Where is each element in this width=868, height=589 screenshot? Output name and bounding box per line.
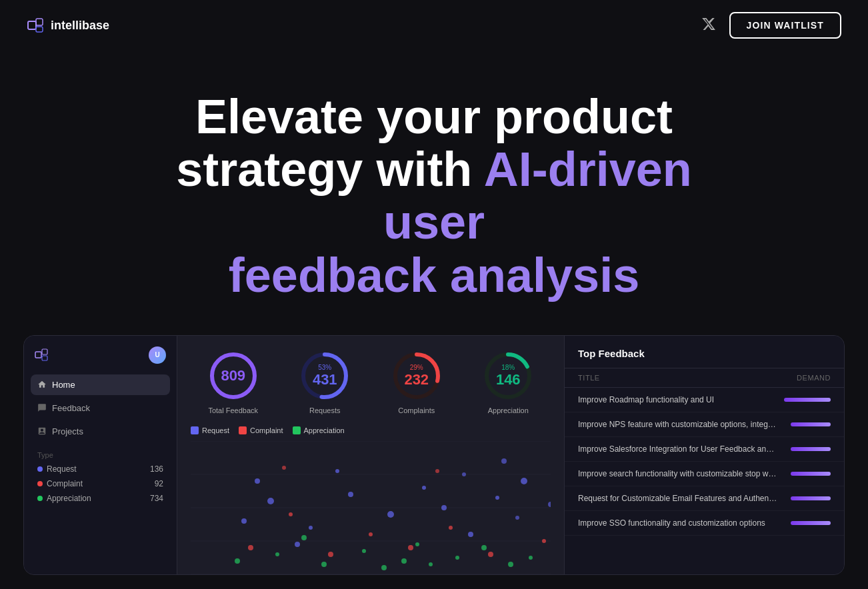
stat-requests-pct: 53% — [313, 363, 337, 370]
hero-line1: Elevate your product — [195, 90, 673, 143]
svg-rect-0 — [28, 21, 36, 29]
join-waitlist-button[interactable]: JOIN WAITLIST — [729, 12, 841, 39]
stat-ring-requests: 53% 431 — [298, 349, 351, 402]
svg-point-40 — [542, 539, 546, 543]
request-count: 136 — [150, 464, 163, 474]
sidebar-header: U — [31, 346, 170, 364]
sidebar-avatar: U — [149, 346, 166, 364]
twitter-icon[interactable] — [701, 17, 716, 34]
top-feedback-columns: TITLE DEMAND — [565, 368, 844, 388]
stat-complaints-label: Complaints — [398, 406, 435, 414]
stat-appreciation-value: 146 — [496, 370, 521, 388]
stat-appreciation: 18% 146 Appreciation — [481, 349, 535, 414]
stat-requests-value: 431 — [313, 370, 337, 388]
filter-request-label: Request — [202, 426, 229, 434]
feedback-row-5: Improve SSO functionality and customizat… — [565, 511, 844, 536]
svg-point-42 — [235, 558, 240, 564]
filter-appreciation[interactable]: Appreciation — [293, 426, 345, 434]
stat-appreciation-label: Appreciation — [488, 406, 529, 414]
dashboard-preview: U Home Feedback Projects Type Request — [23, 335, 845, 575]
feedback-title-4: Request for Customizable Email Features … — [578, 494, 778, 503]
svg-rect-5 — [42, 356, 47, 360]
svg-point-66 — [462, 472, 466, 476]
sidebar-logo-icon — [35, 348, 49, 362]
svg-point-55 — [429, 562, 433, 566]
filter-complaint-checkbox[interactable] — [239, 426, 247, 434]
col-title: TITLE — [578, 374, 600, 382]
hero-line3-purple: feedback analysis — [229, 249, 639, 302]
sidebar-item-feedback[interactable]: Feedback — [31, 398, 170, 418]
filter-complaint[interactable]: Complaint — [239, 426, 283, 434]
demand-bar-4 — [791, 496, 831, 500]
svg-point-54 — [381, 565, 387, 570]
sidebar-type-request: Request 136 — [31, 462, 170, 476]
svg-point-22 — [348, 492, 353, 497]
svg-point-51 — [415, 542, 419, 546]
top-feedback-panel: Top Feedback TITLE DEMAND Improve Roadma… — [564, 336, 844, 574]
scatter-plot — [191, 441, 551, 574]
svg-point-34 — [289, 512, 293, 516]
feedback-row-4: Request for Customizable Email Features … — [565, 486, 844, 511]
main-chart-area: 809 Total Feedback 53% 431 Requ — [177, 336, 564, 574]
complaint-dot — [37, 481, 43, 486]
sidebar-item-projects[interactable]: Projects — [31, 421, 170, 442]
hero-section: Elevate your product strategy with AI-dr… — [0, 51, 868, 335]
svg-point-29 — [335, 469, 339, 473]
svg-point-25 — [468, 532, 473, 537]
stat-total-feedback: 809 Total Feedback — [207, 349, 260, 414]
filter-request[interactable]: Request — [191, 426, 229, 434]
demand-bar-1 — [791, 422, 831, 426]
logo: intellibase — [27, 16, 109, 35]
logo-icon — [27, 16, 45, 35]
stat-complaints-value: 232 — [404, 370, 429, 388]
sidebar-section-type: Type — [31, 444, 170, 462]
svg-rect-1 — [36, 19, 43, 25]
svg-point-68 — [282, 466, 286, 470]
svg-point-44 — [321, 562, 327, 567]
demand-bar-5 — [791, 521, 831, 525]
svg-rect-2 — [36, 27, 43, 32]
svg-rect-3 — [35, 352, 41, 358]
sidebar-type-complaint: Complaint 92 — [31, 476, 170, 491]
home-icon — [37, 380, 47, 389]
svg-point-36 — [369, 532, 373, 536]
svg-point-39 — [488, 552, 493, 557]
projects-icon — [37, 426, 47, 436]
stat-appreciation-pct: 18% — [496, 363, 521, 370]
svg-point-43 — [275, 552, 279, 556]
svg-point-28 — [295, 542, 300, 547]
svg-point-21 — [309, 526, 313, 530]
stat-requests: 53% 431 Requests — [298, 349, 351, 414]
feedback-row-0: Improve Roadmap functionality and UI — [565, 388, 844, 412]
svg-point-52 — [481, 545, 487, 550]
stat-ring-appreciation: 18% 146 — [481, 349, 535, 402]
stat-requests-label: Requests — [309, 406, 340, 414]
sidebar-item-feedback-label: Feedback — [52, 403, 90, 413]
feedback-row-2: Improve Salesforce Integration for User … — [565, 437, 844, 462]
sidebar-type-appreciation: Appreciation 734 — [31, 491, 170, 506]
sidebar-item-home[interactable]: Home — [31, 374, 170, 395]
appreciation-label: Appreciation — [47, 494, 91, 503]
appreciation-count: 734 — [150, 494, 163, 503]
navbar: intellibase JOIN WAITLIST — [0, 0, 868, 51]
col-demand: DEMAND — [797, 374, 831, 382]
filter-appreciation-checkbox[interactable] — [293, 426, 301, 434]
svg-point-33 — [248, 545, 253, 550]
complaint-count: 92 — [155, 479, 163, 488]
stat-total-label: Total Feedback — [208, 406, 258, 414]
scatter-svg — [191, 441, 551, 574]
filter-complaint-label: Complaint — [250, 426, 283, 434]
stat-ring-complaints: 29% 232 — [390, 349, 443, 402]
svg-point-67 — [501, 458, 507, 464]
svg-point-37 — [408, 545, 413, 550]
svg-point-45 — [362, 549, 366, 553]
request-dot — [37, 466, 43, 472]
filter-request-checkbox[interactable] — [191, 426, 199, 434]
svg-point-26 — [521, 478, 527, 484]
svg-rect-4 — [42, 349, 47, 354]
svg-point-30 — [441, 505, 447, 510]
chart-filter-row: Request Complaint Appreciation — [191, 426, 551, 434]
demand-bar-0 — [784, 398, 831, 402]
svg-point-38 — [449, 526, 453, 530]
svg-point-31 — [495, 496, 499, 500]
